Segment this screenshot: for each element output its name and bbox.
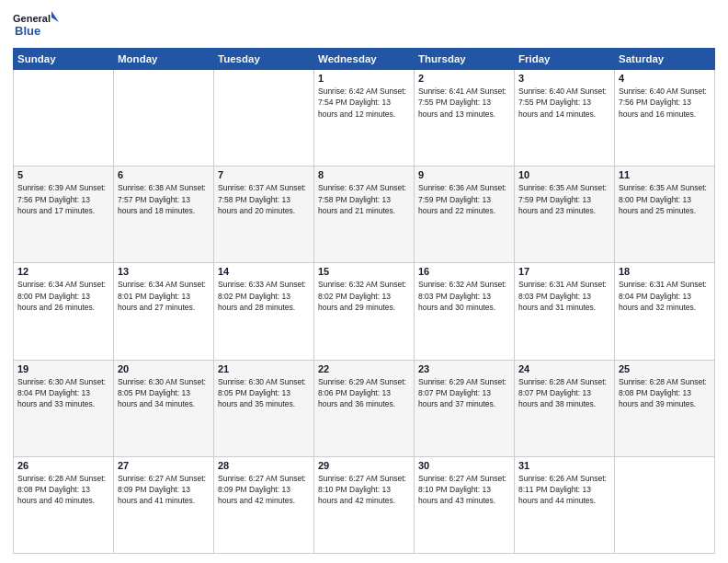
day-number: 11 <box>619 169 711 180</box>
empty-cell <box>114 70 214 167</box>
day-cell-22: 22Sunrise: 6:29 AM Sunset: 8:06 PM Dayli… <box>314 360 415 456</box>
day-detail: Sunrise: 6:37 AM Sunset: 7:58 PM Dayligh… <box>218 182 310 216</box>
day-number: 8 <box>318 169 410 180</box>
day-number: 6 <box>118 169 210 180</box>
empty-cell <box>214 70 314 167</box>
weekday-tuesday: Tuesday <box>214 49 314 70</box>
weekday-friday: Friday <box>515 49 615 70</box>
svg-text:Blue: Blue <box>15 24 40 38</box>
weekday-monday: Monday <box>114 49 214 70</box>
day-cell-14: 14Sunrise: 6:33 AM Sunset: 8:02 PM Dayli… <box>214 263 314 360</box>
day-cell-24: 24Sunrise: 6:28 AM Sunset: 8:07 PM Dayli… <box>515 360 615 456</box>
day-detail: Sunrise: 6:36 AM Sunset: 7:59 PM Dayligh… <box>418 182 510 216</box>
day-detail: Sunrise: 6:27 AM Sunset: 8:10 PM Dayligh… <box>418 473 510 507</box>
day-detail: Sunrise: 6:27 AM Sunset: 8:09 PM Dayligh… <box>218 473 310 507</box>
day-cell-3: 3Sunrise: 6:40 AM Sunset: 7:55 PM Daylig… <box>515 70 615 167</box>
day-detail: Sunrise: 6:27 AM Sunset: 8:10 PM Dayligh… <box>318 473 410 507</box>
day-cell-8: 8Sunrise: 6:37 AM Sunset: 7:58 PM Daylig… <box>314 167 415 263</box>
calendar-page: General Blue SundayMondayTuesdayWednesda… <box>0 0 728 563</box>
logo: General Blue <box>13 9 59 42</box>
empty-cell <box>615 456 715 553</box>
day-detail: Sunrise: 6:30 AM Sunset: 8:05 PM Dayligh… <box>218 376 310 410</box>
logo-svg: General Blue <box>13 9 59 42</box>
day-cell-30: 30Sunrise: 6:27 AM Sunset: 8:10 PM Dayli… <box>415 456 515 553</box>
day-number: 5 <box>17 169 109 180</box>
day-cell-27: 27Sunrise: 6:27 AM Sunset: 8:09 PM Dayli… <box>114 456 214 553</box>
day-cell-26: 26Sunrise: 6:28 AM Sunset: 8:08 PM Dayli… <box>14 456 114 553</box>
day-cell-23: 23Sunrise: 6:29 AM Sunset: 8:07 PM Dayli… <box>415 360 515 456</box>
day-number: 23 <box>418 363 510 374</box>
weekday-wednesday: Wednesday <box>314 49 415 70</box>
day-detail: Sunrise: 6:29 AM Sunset: 8:06 PM Dayligh… <box>318 376 410 410</box>
day-cell-28: 28Sunrise: 6:27 AM Sunset: 8:09 PM Dayli… <box>214 456 314 553</box>
week-row-5: 26Sunrise: 6:28 AM Sunset: 8:08 PM Dayli… <box>14 456 715 553</box>
day-detail: Sunrise: 6:28 AM Sunset: 8:07 PM Dayligh… <box>518 376 610 410</box>
svg-marker-3 <box>51 11 59 22</box>
day-cell-13: 13Sunrise: 6:34 AM Sunset: 8:01 PM Dayli… <box>114 263 214 360</box>
day-number: 9 <box>418 169 510 180</box>
day-cell-4: 4Sunrise: 6:40 AM Sunset: 7:56 PM Daylig… <box>615 70 715 167</box>
day-number: 17 <box>518 266 610 277</box>
day-cell-2: 2Sunrise: 6:41 AM Sunset: 7:55 PM Daylig… <box>415 70 515 167</box>
day-number: 10 <box>518 169 610 180</box>
day-cell-9: 9Sunrise: 6:36 AM Sunset: 7:59 PM Daylig… <box>415 167 515 263</box>
day-detail: Sunrise: 6:35 AM Sunset: 8:00 PM Dayligh… <box>619 182 711 216</box>
day-detail: Sunrise: 6:35 AM Sunset: 7:59 PM Dayligh… <box>518 182 610 216</box>
day-number: 28 <box>218 460 310 471</box>
day-cell-25: 25Sunrise: 6:28 AM Sunset: 8:08 PM Dayli… <box>615 360 715 456</box>
day-detail: Sunrise: 6:42 AM Sunset: 7:54 PM Dayligh… <box>318 86 410 120</box>
calendar-table: SundayMondayTuesdayWednesdayThursdayFrid… <box>13 48 715 554</box>
day-number: 29 <box>318 460 410 471</box>
day-cell-16: 16Sunrise: 6:32 AM Sunset: 8:03 PM Dayli… <box>415 263 515 360</box>
day-number: 18 <box>619 266 711 277</box>
header: General Blue <box>13 9 715 42</box>
week-row-1: 1Sunrise: 6:42 AM Sunset: 7:54 PM Daylig… <box>14 70 715 167</box>
day-detail: Sunrise: 6:34 AM Sunset: 8:01 PM Dayligh… <box>118 279 210 313</box>
svg-text:General: General <box>13 13 51 24</box>
day-detail: Sunrise: 6:41 AM Sunset: 7:55 PM Dayligh… <box>418 86 510 120</box>
day-detail: Sunrise: 6:34 AM Sunset: 8:00 PM Dayligh… <box>17 279 109 313</box>
day-number: 22 <box>318 363 410 374</box>
day-cell-1: 1Sunrise: 6:42 AM Sunset: 7:54 PM Daylig… <box>314 70 415 167</box>
day-cell-17: 17Sunrise: 6:31 AM Sunset: 8:03 PM Dayli… <box>515 263 615 360</box>
day-detail: Sunrise: 6:31 AM Sunset: 8:03 PM Dayligh… <box>518 279 610 313</box>
day-detail: Sunrise: 6:30 AM Sunset: 8:04 PM Dayligh… <box>17 376 109 410</box>
weekday-saturday: Saturday <box>615 49 715 70</box>
day-number: 16 <box>418 266 510 277</box>
day-number: 3 <box>518 73 610 84</box>
weekday-sunday: Sunday <box>14 49 114 70</box>
day-number: 25 <box>619 363 711 374</box>
day-detail: Sunrise: 6:37 AM Sunset: 7:58 PM Dayligh… <box>318 182 410 216</box>
day-detail: Sunrise: 6:27 AM Sunset: 8:09 PM Dayligh… <box>118 473 210 507</box>
day-cell-20: 20Sunrise: 6:30 AM Sunset: 8:05 PM Dayli… <box>114 360 214 456</box>
day-number: 15 <box>318 266 410 277</box>
day-cell-10: 10Sunrise: 6:35 AM Sunset: 7:59 PM Dayli… <box>515 167 615 263</box>
day-number: 30 <box>418 460 510 471</box>
weekday-thursday: Thursday <box>415 49 515 70</box>
week-row-2: 5Sunrise: 6:39 AM Sunset: 7:56 PM Daylig… <box>14 167 715 263</box>
day-number: 31 <box>518 460 610 471</box>
day-detail: Sunrise: 6:38 AM Sunset: 7:57 PM Dayligh… <box>118 182 210 216</box>
day-number: 12 <box>17 266 109 277</box>
day-detail: Sunrise: 6:30 AM Sunset: 8:05 PM Dayligh… <box>118 376 210 410</box>
day-cell-21: 21Sunrise: 6:30 AM Sunset: 8:05 PM Dayli… <box>214 360 314 456</box>
day-detail: Sunrise: 6:40 AM Sunset: 7:55 PM Dayligh… <box>518 86 610 120</box>
day-detail: Sunrise: 6:31 AM Sunset: 8:04 PM Dayligh… <box>619 279 711 313</box>
week-row-4: 19Sunrise: 6:30 AM Sunset: 8:04 PM Dayli… <box>14 360 715 456</box>
day-detail: Sunrise: 6:32 AM Sunset: 8:02 PM Dayligh… <box>318 279 410 313</box>
day-number: 21 <box>218 363 310 374</box>
day-detail: Sunrise: 6:32 AM Sunset: 8:03 PM Dayligh… <box>418 279 510 313</box>
day-detail: Sunrise: 6:40 AM Sunset: 7:56 PM Dayligh… <box>619 86 711 120</box>
day-number: 2 <box>418 73 510 84</box>
day-number: 13 <box>118 266 210 277</box>
day-detail: Sunrise: 6:26 AM Sunset: 8:11 PM Dayligh… <box>518 473 610 507</box>
day-number: 4 <box>619 73 711 84</box>
day-number: 24 <box>518 363 610 374</box>
day-number: 7 <box>218 169 310 180</box>
week-row-3: 12Sunrise: 6:34 AM Sunset: 8:00 PM Dayli… <box>14 263 715 360</box>
day-number: 19 <box>17 363 109 374</box>
day-number: 20 <box>118 363 210 374</box>
day-cell-6: 6Sunrise: 6:38 AM Sunset: 7:57 PM Daylig… <box>114 167 214 263</box>
day-cell-18: 18Sunrise: 6:31 AM Sunset: 8:04 PM Dayli… <box>615 263 715 360</box>
day-cell-7: 7Sunrise: 6:37 AM Sunset: 7:58 PM Daylig… <box>214 167 314 263</box>
